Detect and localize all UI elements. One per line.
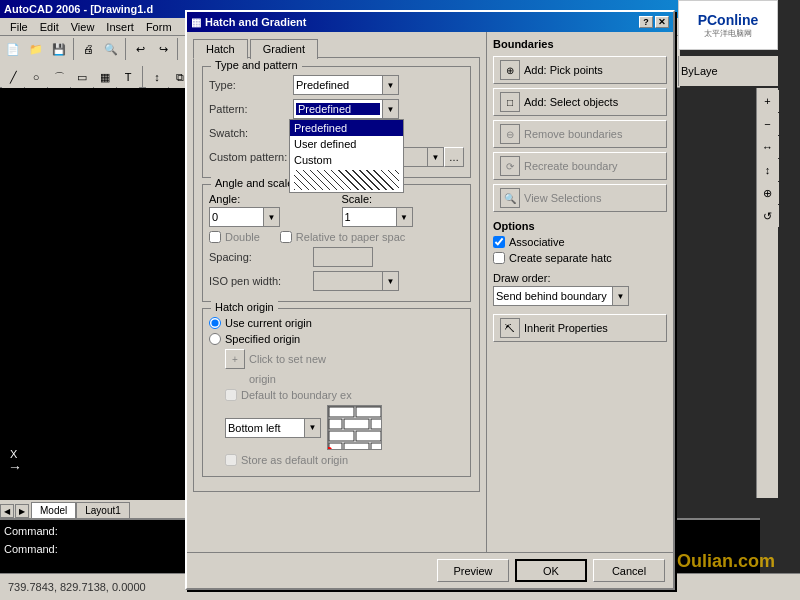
bottom-left-dropdown[interactable]: Bottom left ▼ xyxy=(225,418,321,438)
menu-edit[interactable]: Edit xyxy=(34,21,65,33)
scale-col: Scale: 1 ▼ xyxy=(342,193,465,227)
type-field-label: Type: xyxy=(209,79,289,91)
rtb-5[interactable]: ⊕ xyxy=(757,182,779,204)
position-dropdown-btn[interactable]: ▼ xyxy=(305,418,321,438)
tab-nav-right[interactable]: ▶ xyxy=(15,504,29,518)
rtb-1[interactable]: + xyxy=(757,90,779,112)
tb-text[interactable]: T xyxy=(117,66,139,88)
preview-btn[interactable]: Preview xyxy=(437,559,509,582)
add-select-btn[interactable]: □ Add: Select objects xyxy=(493,88,667,116)
view-selections-btn[interactable]: 🔍 View Selections xyxy=(493,184,667,212)
iso-pen-dropdown-btn[interactable]: ▼ xyxy=(383,271,399,291)
relative-checkbox-row: Relative to paper spac xyxy=(280,231,405,243)
click-set-btn[interactable]: + xyxy=(225,349,245,369)
custom-pattern-browse[interactable]: … xyxy=(444,147,464,167)
relative-checkbox[interactable] xyxy=(280,231,292,243)
tb-rect[interactable]: ▭ xyxy=(71,66,93,88)
remove-boundaries-btn[interactable]: ⊖ Remove boundaries xyxy=(493,120,667,148)
rtb-4[interactable]: ↕ xyxy=(757,159,779,181)
angle-scale-label: Angle and scale xyxy=(211,177,297,189)
store-default-label: Store as default origin xyxy=(241,454,348,466)
type-row: Type: Predefined ▼ xyxy=(209,75,464,95)
tb-save[interactable]: 💾 xyxy=(48,38,70,60)
hatch-pattern-preview xyxy=(294,170,399,190)
pattern-dropdown-btn[interactable]: ▼ xyxy=(383,99,399,119)
swatch-field-label: Swatch: xyxy=(209,127,289,139)
option-user-defined[interactable]: User defined xyxy=(290,136,403,152)
custom-pattern-btn[interactable]: ▼ xyxy=(428,147,444,167)
rtb-3[interactable]: ↔ xyxy=(757,136,779,158)
dialog-close-btn[interactable]: ✕ xyxy=(655,16,669,28)
rtb-6[interactable]: ↺ xyxy=(757,205,779,227)
recreate-boundary-btn[interactable]: ⟳ Recreate boundary xyxy=(493,152,667,180)
dialog-title-icon: ▦ xyxy=(191,16,201,29)
type-dropdown-btn[interactable]: ▼ xyxy=(383,75,399,95)
tab-nav-left[interactable]: ◀ xyxy=(0,504,14,518)
scale-value[interactable]: 1 xyxy=(342,207,397,227)
double-checkbox-row: Double xyxy=(209,231,260,243)
hatch-origin-group: Hatch origin Use current origin Specifie… xyxy=(202,308,471,477)
tab-hatch[interactable]: Hatch xyxy=(193,39,248,59)
scale-dropdown-btn[interactable]: ▼ xyxy=(397,207,413,227)
rtb-2[interactable]: − xyxy=(757,113,779,135)
pattern-dropdown[interactable]: Predefined ▼ xyxy=(293,99,399,119)
tab-gradient[interactable]: Gradient xyxy=(250,39,318,59)
draw-order-dropdown-btn[interactable]: ▼ xyxy=(613,286,629,306)
use-current-radio[interactable] xyxy=(209,317,221,329)
tb-new[interactable]: 📄 xyxy=(2,38,24,60)
menu-view[interactable]: View xyxy=(65,21,101,33)
angle-scale-group: Angle and scale Angle: 0 ▼ Scale: xyxy=(202,184,471,302)
option-custom[interactable]: Custom xyxy=(290,152,403,168)
tab-model[interactable]: Model xyxy=(31,502,76,518)
tb-hatch[interactable]: ▦ xyxy=(94,66,116,88)
arrow-indicator: → xyxy=(8,459,22,475)
angle-dropdown[interactable]: 0 ▼ xyxy=(209,207,332,227)
angle-value[interactable]: 0 xyxy=(209,207,264,227)
tb-print[interactable]: 🖨 xyxy=(77,38,99,60)
draw-order-dropdown[interactable]: Send behind boundary ▼ xyxy=(493,286,667,306)
spacing-label: Spacing: xyxy=(209,251,309,263)
associative-checkbox[interactable] xyxy=(493,236,505,248)
type-dropdown[interactable]: Predefined ▼ xyxy=(293,75,399,95)
create-separate-row: Create separate hatc xyxy=(493,252,667,264)
dialog-help-btn[interactable]: ? xyxy=(639,16,653,28)
double-checkbox[interactable] xyxy=(209,231,221,243)
iso-pen-label: ISO pen width: xyxy=(209,275,309,287)
cancel-btn[interactable]: Cancel xyxy=(593,559,665,582)
menu-file[interactable]: File xyxy=(4,21,34,33)
inherit-properties-btn[interactable]: ⛏ Inherit Properties xyxy=(493,314,667,342)
tb-redo[interactable]: ↪ xyxy=(152,38,174,60)
option-hatch-preview[interactable] xyxy=(290,168,403,192)
scale-dropdown[interactable]: 1 ▼ xyxy=(342,207,465,227)
tb-open[interactable]: 📁 xyxy=(25,38,47,60)
view-icon: 🔍 xyxy=(500,188,520,208)
angle-dropdown-btn[interactable]: ▼ xyxy=(264,207,280,227)
pconline-logo: PConline 太平洋电脑网 xyxy=(678,0,778,50)
tb-circle[interactable]: ○ xyxy=(25,66,47,88)
option-predefined[interactable]: Predefined xyxy=(290,120,403,136)
menu-insert[interactable]: Insert xyxy=(100,21,140,33)
add-pick-points-btn[interactable]: ⊕ Add: Pick points xyxy=(493,56,667,84)
tb-move[interactable]: ↕ xyxy=(146,66,168,88)
tb-arc[interactable]: ⌒ xyxy=(48,66,70,88)
tb-undo[interactable]: ↩ xyxy=(129,38,151,60)
create-separate-label: Create separate hatc xyxy=(509,252,612,264)
type-and-pattern-group: Type and pattern Type: Predefined ▼ Patt… xyxy=(202,66,471,178)
specified-radio[interactable] xyxy=(209,333,221,345)
relative-label: Relative to paper spac xyxy=(296,231,405,243)
origin-label-row: origin xyxy=(225,373,464,385)
recreate-icon: ⟳ xyxy=(500,156,520,176)
bylayer-bar: ByLaye xyxy=(678,56,778,86)
tb-preview[interactable]: 🔍 xyxy=(100,38,122,60)
iso-pen-dropdown[interactable]: ▼ xyxy=(313,271,399,291)
menu-format[interactable]: Form xyxy=(140,21,178,33)
ok-btn[interactable]: OK xyxy=(515,559,587,582)
default-boundary-label: Default to boundary ex xyxy=(241,389,352,401)
tab-layout1[interactable]: Layout1 xyxy=(76,502,130,518)
dialog-left-panel: Hatch Gradient Type and pattern Type: Pr… xyxy=(187,32,487,552)
create-separate-checkbox[interactable] xyxy=(493,252,505,264)
use-current-radio-row: Use current origin xyxy=(209,317,464,329)
spacing-row: Spacing: xyxy=(209,247,464,267)
inherit-label: Inherit Properties xyxy=(524,322,608,334)
tb-line[interactable]: ╱ xyxy=(2,66,24,88)
